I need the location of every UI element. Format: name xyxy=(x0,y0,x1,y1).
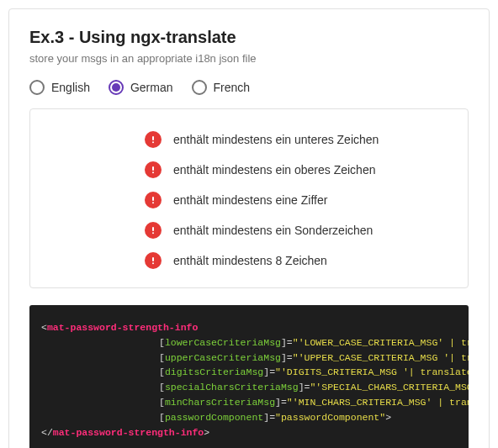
svg-rect-9 xyxy=(152,262,154,264)
criteria-row: enthält mindestens 8 Zeichen xyxy=(44,245,454,276)
radio-german[interactable]: German xyxy=(109,80,173,95)
svg-rect-1 xyxy=(152,141,154,143)
error-icon xyxy=(145,131,162,148)
svg-rect-2 xyxy=(152,166,154,171)
card-title: Ex.3 - Using ngx-translate xyxy=(29,28,469,47)
criteria-text: enthält mindestens eine Ziffer xyxy=(173,193,327,207)
svg-rect-6 xyxy=(152,227,154,231)
criteria-row: enthält mindestens eine Ziffer xyxy=(44,185,454,215)
radio-label: French xyxy=(214,81,251,94)
radio-circle-selected-icon xyxy=(109,80,124,95)
code-snippet: <mat-password-strength-info [lowerCaseCr… xyxy=(29,305,469,448)
svg-rect-3 xyxy=(152,171,154,173)
code-tag-open: mat-password-strength-info xyxy=(47,322,198,333)
error-icon xyxy=(145,222,162,239)
radio-circle-icon xyxy=(192,80,207,95)
radio-label: English xyxy=(51,81,90,94)
criteria-row: enthält mindestens ein unteres Zeichen xyxy=(44,124,454,155)
card-subtitle: store your msgs in an appropriate i18n j… xyxy=(29,52,469,65)
criteria-row: enthält mindestens ein Sonderzeichen xyxy=(44,215,454,245)
radio-label: German xyxy=(130,81,173,94)
error-icon xyxy=(145,192,162,208)
svg-rect-4 xyxy=(152,197,154,201)
svg-rect-7 xyxy=(152,232,154,234)
svg-rect-8 xyxy=(152,257,154,261)
svg-rect-0 xyxy=(152,136,154,140)
code-tag-close: mat-password-strength-info xyxy=(53,427,204,438)
svg-rect-5 xyxy=(152,202,154,203)
radio-circle-icon xyxy=(29,80,45,95)
criteria-text: enthält mindestens ein unteres Zeichen xyxy=(173,133,379,146)
error-icon xyxy=(145,252,162,269)
error-icon xyxy=(145,161,162,178)
criteria-panel: enthält mindestens ein unteres Zeichen e… xyxy=(29,108,469,288)
criteria-row: enthält mindestens ein oberes Zeichen xyxy=(44,155,454,185)
example-card: Ex.3 - Using ngx-translate store your ms… xyxy=(8,8,490,448)
radio-english[interactable]: English xyxy=(29,80,90,95)
language-radio-group: English German French xyxy=(29,80,469,95)
radio-french[interactable]: French xyxy=(192,80,251,95)
criteria-text: enthält mindestens 8 Zeichen xyxy=(173,254,327,267)
criteria-text: enthält mindestens ein Sonderzeichen xyxy=(173,224,373,237)
criteria-text: enthält mindestens ein oberes Zeichen xyxy=(173,163,375,177)
